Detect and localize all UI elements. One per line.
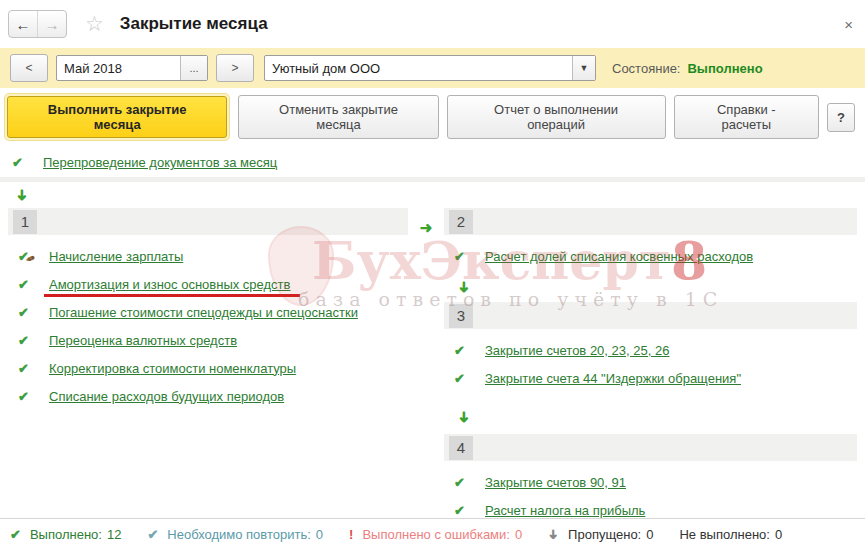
operation-link[interactable]: Погашение стоимости спецодежды и спецосн… bbox=[49, 305, 358, 320]
state-label: Состояние: bbox=[612, 61, 680, 76]
check-icon: ✔ bbox=[18, 305, 34, 320]
next-period-button[interactable]: > bbox=[216, 54, 254, 82]
period-field[interactable]: Май 2018 ... bbox=[56, 55, 208, 81]
reposting-row: ✔ Перепроведение документов за месяц bbox=[0, 147, 865, 177]
flow-arrow-row: ➜ bbox=[444, 270, 857, 302]
status-done-label: Выполнено: bbox=[30, 527, 102, 542]
check-icon: ✔ bbox=[10, 527, 21, 542]
forward-arrow-icon: → bbox=[45, 16, 60, 33]
flow-arrow-row: ➜ bbox=[0, 182, 865, 208]
right-column: 2 ✔ Расчет долей списания косвенных расх… bbox=[444, 208, 857, 524]
page-title: Закрытие месяца bbox=[120, 14, 268, 34]
section-2-header: 2 bbox=[444, 208, 857, 235]
status-skipped-label: Пропущено: bbox=[568, 527, 641, 542]
help-button[interactable]: ? bbox=[827, 103, 855, 132]
arrow-down-icon: ➜ bbox=[13, 189, 31, 202]
status-done: ✔ Выполнено: 12 bbox=[10, 527, 121, 542]
organization-select[interactable]: Уютный дом ООО ▼ bbox=[264, 55, 596, 81]
section-4: 4 ✔ Закрытие счетов 90, 91 ✔ Расчет нало… bbox=[444, 434, 857, 524]
cancel-closing-button[interactable]: Отменить закрытие месяца bbox=[238, 95, 438, 139]
status-not-done: Не выполнено: 0 bbox=[679, 527, 782, 542]
period-toolbar: < Май 2018 ... > Уютный дом ООО ▼ Состоя… bbox=[0, 48, 865, 88]
section-4-header: 4 bbox=[444, 434, 857, 461]
favorite-star-icon[interactable]: ☆ bbox=[85, 12, 104, 36]
check-icon: ✔ bbox=[454, 371, 470, 386]
operation-link[interactable]: Списание расходов будущих периодов bbox=[49, 389, 284, 404]
arrow-down-icon: ➜ bbox=[455, 411, 473, 424]
check-icon: ✔ bbox=[18, 277, 34, 292]
perform-closing-button[interactable]: Выполнить закрытие месяца bbox=[7, 96, 227, 138]
check-icon: ✔ bbox=[454, 343, 470, 358]
check-edited-icon: ✔✎ bbox=[18, 249, 34, 264]
chevron-down-icon: ▼ bbox=[580, 63, 589, 73]
status-errors-value: 0 bbox=[515, 527, 522, 542]
status-repeat-value: 0 bbox=[316, 527, 323, 542]
period-value[interactable]: Май 2018 bbox=[57, 61, 180, 76]
history-nav: ← → bbox=[8, 10, 67, 38]
operation-link[interactable]: Расчет налога на прибыль bbox=[485, 503, 645, 518]
operation-row: ✔ Переоценка валютных средств bbox=[8, 326, 408, 354]
status-skipped: ➜ Пропущено: 0 bbox=[548, 527, 653, 542]
reposting-link[interactable]: Перепроведение документов за месяц bbox=[43, 155, 277, 170]
arrow-down-icon: ➜ bbox=[546, 529, 561, 540]
close-icon[interactable]: × bbox=[844, 16, 853, 33]
operation-row: ✔ Списание расходов будущих периодов bbox=[8, 382, 408, 410]
section-1-header: 1 bbox=[8, 208, 408, 235]
section-2: 2 ✔ Расчет долей списания косвенных расх… bbox=[444, 208, 857, 270]
closing-steps-area: 1 ✔✎ Начисление зарплаты ✔ Амортизация и… bbox=[0, 208, 865, 524]
operation-link[interactable]: Закрытие счетов 20, 23, 25, 26 bbox=[485, 343, 669, 358]
status-repeat: ✔ Необходимо повторить: 0 bbox=[147, 527, 323, 542]
forward-button[interactable]: → bbox=[37, 11, 66, 37]
status-not-done-label: Не выполнено: bbox=[679, 527, 769, 542]
status-repeat-label: Необходимо повторить: bbox=[167, 527, 311, 542]
back-button[interactable]: ← bbox=[9, 11, 37, 37]
operation-link[interactable]: Расчет долей списания косвенных расходов bbox=[485, 249, 753, 264]
operation-row: ✔ Погашение стоимости спецодежды и спецо… bbox=[8, 298, 408, 326]
flow-arrow-row: ➜ bbox=[444, 392, 857, 434]
section-1: 1 ✔✎ Начисление зарплаты ✔ Амортизация и… bbox=[8, 208, 408, 524]
check-icon: ✔ bbox=[454, 475, 470, 490]
exclamation-icon: ! bbox=[349, 527, 353, 542]
operation-link[interactable]: Амортизация и износ основных средств bbox=[49, 277, 290, 292]
section-number: 1 bbox=[13, 210, 37, 234]
check-icon: ✔ bbox=[12, 155, 28, 170]
operation-link[interactable]: Корректировка стоимости номенклатуры bbox=[49, 361, 296, 376]
section-3: 3 ✔ Закрытие счетов 20, 23, 25, 26 ✔ Зак… bbox=[444, 302, 857, 392]
window-header: ← → ☆ Закрытие месяца × bbox=[0, 0, 865, 48]
check-icon: ✔ bbox=[18, 333, 34, 348]
check-icon: ✔ bbox=[454, 503, 470, 518]
state-value: Выполнено bbox=[687, 61, 762, 76]
operation-row: ✔ Расчет долей списания косвенных расход… bbox=[444, 242, 857, 270]
prev-period-button[interactable]: < bbox=[10, 54, 48, 82]
period-picker-button[interactable]: ... bbox=[180, 56, 207, 80]
operation-row: ✔✎ Начисление зарплаты bbox=[8, 242, 408, 270]
check-icon: ✔ bbox=[454, 249, 470, 264]
operation-row: ✔ Амортизация и износ основных средств bbox=[8, 270, 408, 298]
status-done-value: 12 bbox=[107, 527, 121, 542]
operation-row: ✔ Корректировка стоимости номенклатуры bbox=[8, 354, 408, 382]
operation-row: ✔ Закрытие счета 44 "Издержки обращения" bbox=[444, 364, 857, 392]
operation-link[interactable]: Переоценка валютных средств bbox=[49, 333, 237, 348]
actions-toolbar: Выполнить закрытие месяца Отменить закры… bbox=[0, 88, 865, 147]
operation-row: ✔ Закрытие счетов 90, 91 bbox=[444, 468, 857, 496]
status-not-done-value: 0 bbox=[775, 527, 782, 542]
check-icon: ✔ bbox=[18, 361, 34, 376]
back-arrow-icon: ← bbox=[16, 16, 31, 33]
status-errors-label: Выполнено с ошибками: bbox=[362, 527, 510, 542]
references-calculations-button[interactable]: Справки - расчеты bbox=[674, 95, 820, 139]
flow-connector: ➜ bbox=[408, 208, 444, 524]
primary-button-frame: Выполнить закрытие месяца bbox=[4, 93, 230, 141]
arrow-down-icon: ➜ bbox=[455, 281, 473, 294]
section-number: 4 bbox=[449, 436, 473, 460]
operation-link[interactable]: Закрытие счетов 90, 91 bbox=[485, 475, 626, 490]
operation-link[interactable]: Начисление зарплаты bbox=[49, 249, 183, 264]
organization-value[interactable]: Уютный дом ООО bbox=[265, 61, 572, 76]
month-closing-window: ← → ☆ Закрытие месяца × < Май 2018 ... >… bbox=[0, 0, 865, 550]
status-bar: ✔ Выполнено: 12 ✔ Необходимо повторить: … bbox=[0, 518, 865, 550]
operation-link[interactable]: Закрытие счета 44 "Издержки обращения" bbox=[485, 371, 741, 386]
organization-dropdown-button[interactable]: ▼ bbox=[572, 56, 595, 80]
check-icon: ✔ bbox=[18, 389, 34, 404]
check-icon: ✔ bbox=[147, 527, 158, 542]
operations-report-button[interactable]: Отчет о выполнении операций bbox=[447, 95, 666, 139]
status-skipped-value: 0 bbox=[646, 527, 653, 542]
